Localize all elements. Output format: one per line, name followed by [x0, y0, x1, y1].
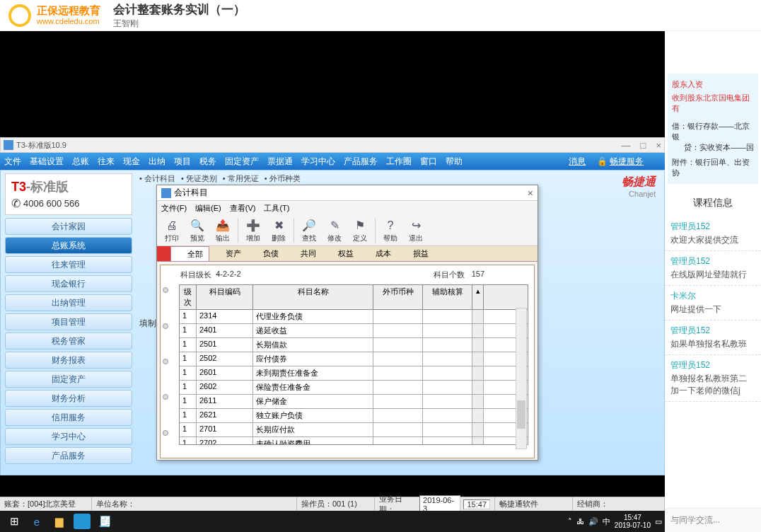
col-aux: 辅助核算: [423, 285, 472, 309]
tray-volume-icon[interactable]: 🔊: [588, 517, 598, 526]
grid-scrollbar[interactable]: [516, 308, 527, 449]
nav-item[interactable]: 财务报表: [5, 352, 132, 369]
minimize-button[interactable]: —: [622, 140, 631, 151]
side-panel: 股东入资 收到股东北京国电集团有 借：银行存款——北京银 贷：实收资本——国 附…: [665, 31, 761, 532]
top-tab[interactable]: • 常用凭证: [223, 173, 259, 184]
menu-item[interactable]: 现金: [123, 156, 140, 168]
toolbar-icon: ➕: [241, 218, 265, 233]
scroll-up-button[interactable]: ▴: [472, 285, 484, 309]
top-tab[interactable]: • 凭证类别: [181, 173, 217, 184]
table-row[interactable]: 12501长期借款: [180, 338, 528, 352]
menu-item[interactable]: 文件: [4, 156, 21, 168]
toolbar-打印[interactable]: 🖨打印: [160, 218, 184, 243]
toolbar-增加[interactable]: ➕增加: [241, 218, 265, 243]
app-taskbar-icon[interactable]: 🧾: [93, 512, 116, 531]
tray-notification-icon[interactable]: ▭: [655, 517, 662, 526]
nav-item[interactable]: 现金银行: [5, 275, 132, 292]
table-row[interactable]: 12601未到期责任准备金: [180, 366, 528, 381]
dlg-menu-item[interactable]: 查看(V): [230, 203, 256, 214]
maximize-button[interactable]: □: [641, 140, 646, 151]
toolbar-查找[interactable]: 🔎查找: [297, 218, 321, 243]
close-button[interactable]: ×: [656, 140, 661, 151]
toolbar-icon: ?: [378, 218, 402, 233]
chat-text: 网址提供一下: [670, 303, 755, 316]
nav-item[interactable]: 产品服务: [5, 447, 132, 464]
table-row[interactable]: 12621独立账户负债: [180, 409, 528, 423]
tray-up-icon[interactable]: ˄: [568, 517, 572, 526]
cat-tab[interactable]: 共同: [284, 246, 322, 261]
cat-tab[interactable]: 全部: [170, 246, 209, 261]
dlg-menu-item[interactable]: 文件(F): [161, 203, 187, 214]
top-tab[interactable]: • 外币种类: [265, 173, 301, 184]
toolbar-预览[interactable]: 🔍预览: [185, 218, 209, 243]
cat-tab[interactable]: 权益: [322, 246, 359, 261]
tray-network-icon[interactable]: 🖧: [576, 517, 584, 526]
explorer-icon[interactable]: ▆: [48, 512, 71, 531]
menu-item[interactable]: 固定资产: [225, 156, 259, 168]
menu-item[interactable]: 出纳: [149, 156, 165, 168]
table-row[interactable]: 12401递延收益: [180, 324, 528, 338]
toolbar-输出[interactable]: 📤输出: [211, 218, 235, 243]
menu-item[interactable]: 基础设置: [30, 156, 64, 168]
toolbar-删除[interactable]: ✖删除: [267, 218, 291, 243]
edge-icon[interactable]: e: [25, 512, 48, 531]
cat-tab[interactable]: 负债: [247, 246, 284, 261]
menu-item[interactable]: 总账: [72, 156, 89, 168]
table-row[interactable]: 12702未确认融资费用: [180, 437, 528, 444]
toolbar-退出[interactable]: ↪退出: [404, 218, 428, 243]
table-row[interactable]: 12502应付债券: [180, 352, 528, 366]
dialog-menu: 文件(F)编辑(E)查看(V)工具(T): [157, 201, 538, 215]
menu-item[interactable]: 窗口: [420, 156, 437, 168]
table-row[interactable]: 12701长期应付款: [180, 423, 528, 437]
dialog-close-button[interactable]: ×: [528, 187, 533, 199]
cloud-icon[interactable]: [71, 512, 93, 531]
menu-item[interactable]: 工作圈: [386, 156, 412, 168]
phone-number: 4006 600 566: [23, 198, 80, 209]
cat-icon: [365, 250, 373, 258]
tray-ime-icon[interactable]: 中: [603, 516, 610, 527]
toolbar-定义[interactable]: ⚑定义: [348, 218, 372, 243]
sb-time-input[interactable]: 15:47: [463, 499, 490, 509]
toolbar-帮助[interactable]: ?帮助: [378, 218, 402, 243]
table-row[interactable]: 12611保户储金: [180, 395, 528, 409]
cat-tab[interactable]: 资产: [209, 246, 247, 261]
nav-item[interactable]: 项目管理: [5, 313, 132, 330]
cat-tab[interactable]: 损益: [397, 246, 434, 261]
cat-marker: [157, 246, 170, 261]
sb-account: 账套：[004]北京美登: [0, 497, 92, 511]
nav-item[interactable]: 总账系统: [5, 237, 132, 254]
dlg-menu-item[interactable]: 工具(T): [264, 203, 289, 214]
toolbar-修改[interactable]: ✎修改: [323, 218, 347, 243]
chat-input[interactable]: 与同学交流...: [665, 508, 761, 532]
chat-item: 管理员152单独报名私教班第二加一下老师的微信j: [665, 355, 761, 402]
nav-item[interactable]: 学习中心: [5, 428, 132, 445]
top-tab[interactable]: • 会计科目: [139, 173, 175, 184]
nav-item[interactable]: 财务分析: [5, 390, 132, 407]
table-row[interactable]: 12314代理业务负债: [180, 310, 528, 324]
nav-item[interactable]: 信用服务: [5, 409, 132, 426]
nav-item[interactable]: 往来管理: [5, 256, 132, 273]
nav-item[interactable]: 出纳管理: [5, 294, 132, 311]
taskbar-clock[interactable]: 15:47 2019-07-10: [615, 514, 651, 529]
menu-item[interactable]: 学习中心: [301, 156, 335, 168]
menu-item[interactable]: 往来: [98, 156, 115, 168]
msg-link[interactable]: 消息: [569, 156, 586, 166]
brand-t3: T3: [11, 180, 26, 194]
menu-item[interactable]: 项目: [174, 156, 191, 168]
nav-item[interactable]: 会计家园: [5, 218, 132, 235]
table-row[interactable]: 12602保险责任准备金: [180, 381, 528, 395]
dlg-menu-item[interactable]: 编辑(E): [195, 203, 221, 214]
note-card: 股东入资 收到股东北京国电集团有 借：银行存款——北京银 贷：实收资本——国 附…: [668, 74, 758, 184]
menu-item[interactable]: 帮助: [446, 156, 463, 168]
nav-item[interactable]: 固定资产: [5, 371, 132, 388]
start-button[interactable]: ⊞: [3, 512, 25, 531]
nav-item[interactable]: 税务管家: [5, 332, 132, 349]
svc-link[interactable]: 畅捷服务: [610, 156, 644, 166]
menu-item[interactable]: 税务: [199, 156, 216, 168]
menu-item[interactable]: 产品服务: [344, 156, 378, 168]
toolbar-icon: 📤: [211, 218, 235, 233]
cat-tab[interactable]: 成本: [359, 246, 397, 261]
chat-text: 欢迎大家提供交流: [670, 234, 755, 246]
menu-item[interactable]: 票据通: [267, 156, 293, 168]
cat-icon: [290, 250, 298, 258]
